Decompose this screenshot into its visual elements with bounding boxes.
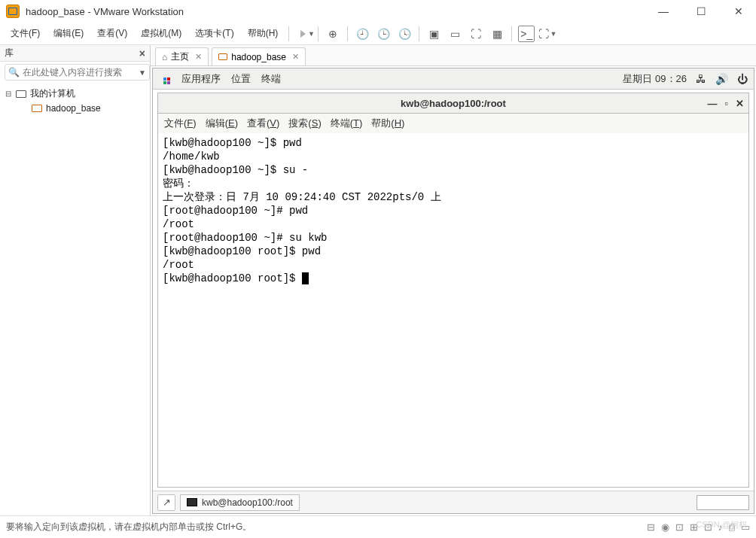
tree-item-hadoop-base[interactable]: hadoop_base	[0, 102, 150, 115]
search-box[interactable]: 🔍 ▼	[5, 64, 150, 81]
unity-view-icon[interactable]: ▭	[447, 26, 463, 42]
terminal-menubar: 文件(F) 编辑(E) 查看(V) 搜索(S) 终端(T) 帮助(H)	[157, 114, 749, 133]
sidebar-header: 库 ×	[0, 45, 150, 62]
vm-icon	[32, 105, 42, 112]
menu-view[interactable]: 查看(V)	[93, 24, 132, 43]
terminal-body[interactable]: [kwb@hadoop100 ~]$ pwd /home/kwb [kwb@ha…	[157, 133, 749, 488]
vm-display[interactable]: 应用程序 位置 终端 星期日 09：26 🖧 🔊 ⏻ kwb@hadoop100…	[152, 68, 754, 514]
thumbnail-view-icon[interactable]: ⛶	[468, 26, 484, 42]
tabbed-view-icon[interactable]: ▦	[489, 26, 505, 42]
menu-vm[interactable]: 虚拟机(M)	[136, 24, 186, 43]
taskbar-item-terminal[interactable]: kwb@hadoop100:/root	[180, 494, 300, 511]
search-input[interactable]	[23, 67, 136, 78]
tab-close-icon[interactable]: ✕	[195, 52, 202, 62]
network-icon[interactable]: 🖧	[696, 73, 706, 85]
content-area: ⌂ 主页 ✕ hadoop_base ✕ 应用程序 位置 终端 星期日 09：2…	[151, 45, 756, 515]
term-menu-help[interactable]: 帮助(H)	[371, 117, 404, 130]
activities-icon[interactable]	[159, 73, 171, 85]
separator	[419, 26, 419, 41]
console-view-icon[interactable]: ▣	[425, 26, 442, 42]
tab-home[interactable]: ⌂ 主页 ✕	[155, 47, 209, 65]
snapshot-button[interactable]: ⊕	[325, 26, 341, 42]
menu-edit[interactable]: 编辑(E)	[49, 24, 88, 43]
power-icon[interactable]: ⏻	[737, 73, 748, 85]
minimize-button[interactable]: —	[652, 5, 675, 17]
watermark: CSDN @柯权	[697, 519, 747, 530]
menu-help[interactable]: 帮助(H)	[243, 24, 283, 43]
home-icon: ⌂	[162, 52, 167, 62]
separator	[511, 26, 512, 41]
library-sidebar: 库 × 🔍 ▼ ⊟ 我的计算机 hadoop_base	[0, 45, 151, 515]
term-menu-file[interactable]: 文件(F)	[164, 117, 197, 130]
input-indicator	[697, 495, 749, 510]
collapse-icon[interactable]: ⊟	[5, 90, 12, 98]
gnome-top-bar: 应用程序 位置 终端 星期日 09：26 🖧 🔊 ⏻	[153, 68, 754, 90]
title-bar: hadoop_base - VMware Workstation — ☐ ✕	[0, 0, 756, 23]
terminal-minimize-button[interactable]: —	[707, 98, 717, 109]
cd-icon[interactable]: ◉	[661, 521, 669, 533]
gnome-applications[interactable]: 应用程序	[181, 72, 221, 86]
tree-root-label: 我的计算机	[30, 87, 75, 100]
gnome-places[interactable]: 位置	[231, 72, 251, 86]
terminal-title-text: kwb@hadoop100:/root	[401, 98, 506, 109]
separator	[288, 26, 289, 41]
main-area: 库 × 🔍 ▼ ⊟ 我的计算机 hadoop_base ⌂	[0, 45, 756, 515]
terminal-window: kwb@hadoop100:/root — ▫ ✕ 文件(F) 编辑(E) 查看…	[157, 93, 749, 488]
window-controls: — ☐ ✕	[652, 5, 750, 17]
close-button[interactable]: ✕	[727, 5, 750, 17]
window-title: hadoop_base - VMware Workstation	[26, 6, 184, 17]
computer-icon	[16, 90, 26, 98]
vm-icon	[218, 53, 227, 60]
revert-snapshot-icon[interactable]: 🕒	[375, 26, 392, 42]
menu-tabs[interactable]: 选项卡(T)	[191, 24, 238, 43]
sidebar-search: 🔍 ▼	[0, 62, 150, 83]
sidebar-title: 库	[5, 47, 14, 59]
terminal-maximize-button[interactable]: ▫	[724, 98, 728, 109]
separator	[347, 26, 348, 41]
term-menu-view[interactable]: 查看(V)	[247, 117, 279, 130]
manage-snapshots-icon[interactable]: 🕓	[396, 26, 413, 42]
search-dropdown-icon[interactable]: ▼	[139, 68, 146, 77]
take-snapshot-icon[interactable]: 🕘	[354, 26, 370, 42]
disk-icon[interactable]: ⊟	[647, 521, 655, 533]
term-menu-terminal[interactable]: 终端(T)	[331, 117, 363, 130]
library-tree: ⊟ 我的计算机 hadoop_base	[0, 83, 150, 515]
separator	[318, 26, 319, 41]
enter-fullscreen-button[interactable]: >_	[518, 26, 535, 42]
gnome-terminal[interactable]: 终端	[261, 72, 281, 86]
vmware-app-icon	[6, 5, 20, 18]
tree-item-label: hadoop_base	[46, 103, 101, 114]
status-hint: 要将输入定向到该虚拟机，请在虚拟机内部单击或按 Ctrl+G。	[6, 521, 251, 533]
maximize-button[interactable]: ☐	[690, 5, 712, 17]
taskbar-item-label: kwb@hadoop100:/root	[202, 497, 293, 508]
tab-home-label: 主页	[171, 50, 189, 63]
volume-icon[interactable]: 🔊	[715, 73, 728, 85]
status-bar: 要将输入定向到该虚拟机，请在虚拟机内部单击或按 Ctrl+G。 ⊟ ◉ ⊡ ⊞ …	[0, 515, 756, 538]
terminal-titlebar[interactable]: kwb@hadoop100:/root — ▫ ✕	[157, 93, 749, 114]
sidebar-close-button[interactable]: ×	[139, 47, 145, 59]
floppy-icon[interactable]: ⊡	[675, 521, 684, 533]
terminal-icon	[187, 498, 197, 506]
tab-vm-label: hadoop_base	[231, 52, 286, 62]
term-menu-edit[interactable]: 编辑(E)	[206, 117, 238, 130]
terminal-close-button[interactable]: ✕	[736, 98, 744, 109]
guest-taskbar: ↗ kwb@hadoop100:/root	[153, 491, 754, 513]
menu-file[interactable]: 文件(F)	[6, 24, 44, 43]
tab-bar: ⌂ 主页 ✕ hadoop_base ✕	[151, 45, 756, 66]
tab-vm-hadoop-base[interactable]: hadoop_base ✕	[212, 47, 306, 65]
menu-bar: 文件(F) 编辑(E) 查看(V) 虚拟机(M) 选项卡(T) 帮助(H) ▼ …	[0, 23, 756, 45]
search-icon: 🔍	[8, 67, 20, 78]
stretch-guest-button[interactable]: ⛶▼	[539, 26, 556, 42]
gnome-clock[interactable]: 星期日 09：26	[623, 72, 687, 86]
show-desktop-button[interactable]: ↗	[157, 494, 175, 511]
tab-close-icon[interactable]: ✕	[292, 52, 299, 62]
term-menu-search[interactable]: 搜索(S)	[288, 117, 321, 130]
tree-root-my-computer[interactable]: ⊟ 我的计算机	[0, 86, 150, 102]
pause-resume-button[interactable]: ▼	[295, 26, 312, 42]
